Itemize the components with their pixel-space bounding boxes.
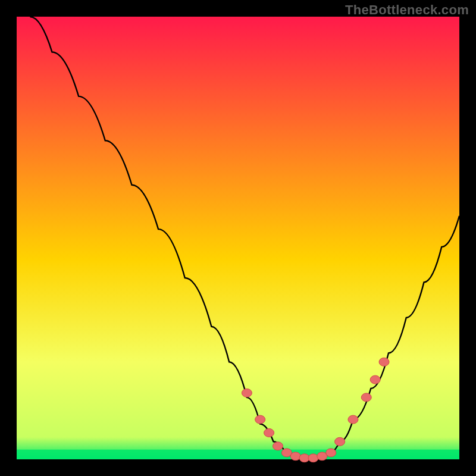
marker-dot xyxy=(281,449,292,457)
marker-dot xyxy=(370,375,380,384)
marker-dot xyxy=(242,389,252,397)
marker-dot xyxy=(348,415,358,424)
marker-dot xyxy=(379,358,389,366)
bottleneck-chart xyxy=(0,0,476,476)
gradient-background xyxy=(17,17,459,459)
chart-stage: TheBottleneck.com xyxy=(0,0,476,476)
marker-dot xyxy=(255,415,265,424)
marker-dot xyxy=(326,449,336,457)
marker-dot xyxy=(308,454,318,462)
marker-dot xyxy=(361,393,371,402)
marker-dot xyxy=(290,452,300,461)
marker-dot xyxy=(317,452,327,461)
marker-dot xyxy=(273,442,283,450)
marker-dot xyxy=(335,437,345,446)
marker-dot xyxy=(264,428,274,437)
green-band xyxy=(17,450,459,459)
svg-rect-0 xyxy=(17,450,459,459)
